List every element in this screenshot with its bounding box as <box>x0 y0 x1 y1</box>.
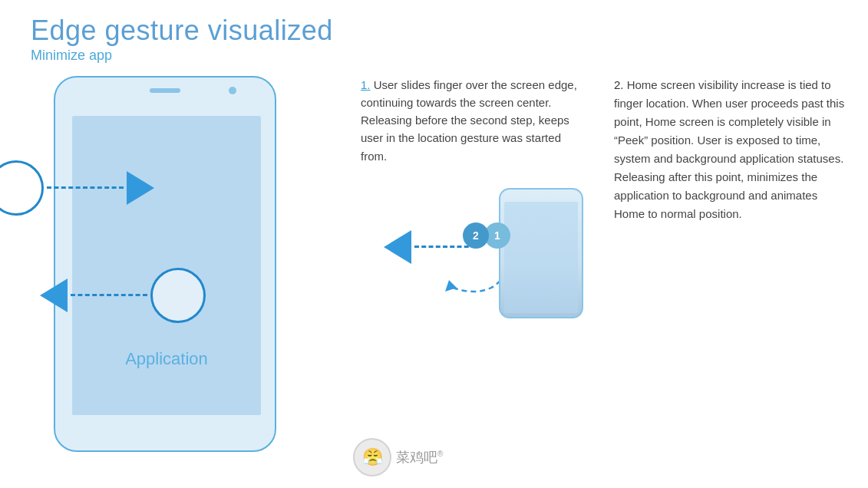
mini-phone-screen <box>504 202 578 313</box>
step1-text: 1. User slides finger over the screen ed… <box>361 76 583 165</box>
step2-text: 2. Home screen visibility increase is ti… <box>614 76 845 223</box>
step2-arrow-left-icon <box>384 230 411 264</box>
phone-section: Application <box>31 76 353 475</box>
sub-title: Minimize app <box>31 48 845 64</box>
main-title: Edge gesture visualized <box>31 15 845 46</box>
gesture-top <box>0 160 154 216</box>
dashed-line-top <box>47 186 124 189</box>
page-container: Edge gesture visualized Minimize app App… <box>0 0 868 488</box>
arrow-left-icon <box>40 279 68 312</box>
finger-circle-top <box>0 160 44 216</box>
header-section: Edge gesture visualized Minimize app <box>31 15 845 64</box>
middle-section: 1. User slides finger over the screen ed… <box>353 76 591 334</box>
content-row: Application 1. User slides finger over t… <box>31 76 845 480</box>
step2-circles: 2 1 <box>463 223 510 249</box>
watermark-text: 菜鸡吧® <box>396 448 443 467</box>
step2-diagram: 2 1 <box>361 180 583 334</box>
right-section: 2. Home screen visibility increase is ti… <box>591 76 845 223</box>
phone-outer: Application <box>54 76 276 452</box>
gesture-bottom <box>40 268 206 323</box>
svg-marker-0 <box>445 280 457 292</box>
step2-number: 2. <box>614 78 624 91</box>
app-label: Application <box>125 349 208 369</box>
phone-speaker <box>150 88 180 93</box>
step1-number: 1. <box>361 78 371 91</box>
dashed-line-bottom <box>71 294 147 296</box>
phone-camera <box>229 87 236 94</box>
finger-circle-bottom <box>150 268 206 323</box>
arrow-right-icon <box>127 171 154 205</box>
mini-phone-illustration <box>499 188 583 318</box>
watermark: 😤 菜鸡吧® <box>353 438 443 476</box>
circle-2: 2 <box>463 223 489 249</box>
step2-arrow-container <box>384 230 476 264</box>
watermark-logo: 😤 <box>353 438 391 476</box>
